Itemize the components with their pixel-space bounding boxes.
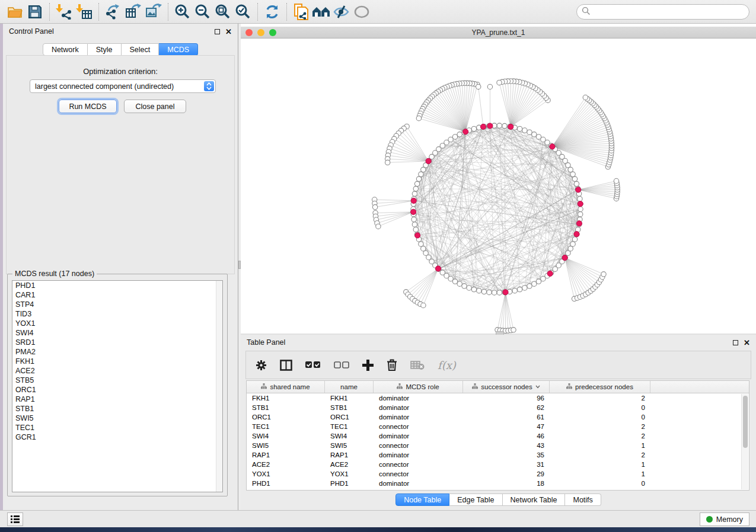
deselect-all-icon[interactable] [334, 361, 349, 369]
export-table-icon[interactable] [123, 2, 143, 21]
mcds-result-item[interactable]: SRD1 [12, 338, 222, 347]
table-cell: dominator [374, 395, 463, 402]
column-header-shared-name[interactable]: shared name [247, 381, 325, 393]
table-cell: STB1 [247, 404, 325, 411]
mcds-result-item[interactable]: ACE2 [12, 366, 222, 376]
show-hide-graphics-details-icon[interactable] [331, 2, 352, 21]
apply-layout-icon[interactable] [262, 2, 282, 21]
tab-network[interactable]: Network [43, 43, 88, 56]
table-row[interactable]: ORC1ORC1dominator610 [247, 412, 749, 422]
delete-table-icon[interactable] [410, 360, 425, 370]
mcds-result-list[interactable]: PHD1CAR1STP4TID3YOX1SWI4SRD1PMA2FKH1ACE2… [12, 280, 223, 492]
import-network-icon[interactable] [54, 2, 74, 21]
tab-style[interactable]: Style [88, 43, 122, 56]
table-cell: SWI5 [247, 442, 325, 449]
scrollbar-thumb[interactable] [743, 396, 748, 448]
mcds-result-item[interactable]: TID3 [12, 309, 222, 319]
mcds-result-item[interactable]: PMA2 [12, 347, 222, 357]
save-session-icon[interactable] [25, 2, 45, 21]
toolbar-separator [286, 3, 287, 21]
tab-motifs[interactable]: Motifs [565, 493, 601, 506]
mcds-result-item[interactable]: STB1 [12, 404, 222, 414]
float-panel-icon[interactable] [215, 29, 220, 34]
mcds-result-item[interactable]: YOX1 [12, 319, 222, 328]
table-row[interactable]: RAP1RAP1dominator352 [247, 450, 749, 460]
mcds-result-item[interactable]: GCR1 [12, 432, 222, 442]
optimization-criterion-value: largest connected component (undirected) [35, 82, 174, 91]
mcds-result-group: MCDS result (17 nodes) PHD1CAR1STP4TID3Y… [7, 274, 228, 496]
network-window-titlebar[interactable]: YPA_prune.txt_1 [241, 27, 756, 39]
mcds-result-item[interactable]: SWI4 [12, 328, 222, 338]
maximize-window-icon[interactable] [269, 29, 276, 36]
mcds-result-item[interactable]: ORC1 [12, 385, 222, 395]
search-icon [582, 7, 591, 18]
mcds-result-item[interactable]: CAR1 [12, 290, 222, 300]
tab-mcds[interactable]: MCDS [159, 43, 198, 56]
tab-edge-table[interactable]: Edge Table [449, 493, 502, 506]
export-image-icon[interactable] [143, 2, 164, 21]
run-mcds-button[interactable]: Run MCDS [59, 100, 117, 113]
table-cell: PHD1 [325, 480, 374, 487]
tab-node-table[interactable]: Node Table [395, 493, 449, 506]
close-window-icon[interactable] [245, 29, 253, 36]
table-settings-icon[interactable] [256, 360, 267, 371]
table-row[interactable]: PHD1PHD1dominator180 [247, 479, 749, 488]
column-header-name[interactable]: name [325, 381, 374, 393]
delete-columns-icon[interactable] [387, 359, 397, 371]
import-table-icon[interactable] [74, 2, 94, 21]
create-column-icon[interactable] [362, 360, 374, 371]
mcds-result-item[interactable]: PHD1 [12, 281, 222, 290]
toolbar-separator [98, 3, 99, 21]
zoom-selected-icon[interactable] [233, 2, 253, 21]
table-row[interactable]: YOX1YOX1connector291 [247, 469, 749, 479]
birds-eye-view-icon[interactable] [352, 2, 372, 21]
mcds-result-item[interactable]: RAP1 [12, 395, 222, 404]
zoom-fit-icon[interactable] [213, 2, 233, 21]
table-row[interactable]: SWI4SWI4dominator462 [247, 431, 749, 441]
memory-button[interactable]: Memory [700, 512, 749, 526]
table-row[interactable]: ACE2ACE2connector311 [247, 460, 749, 469]
show-columns-icon[interactable] [280, 360, 292, 371]
mcds-result-item[interactable]: SWI5 [12, 414, 222, 423]
minimize-window-icon[interactable] [257, 29, 264, 36]
close-panel-icon[interactable]: ✕ [225, 28, 232, 36]
select-all-icon[interactable] [305, 361, 321, 369]
column-header-predecessor-nodes[interactable]: predecessor nodes [550, 381, 650, 393]
tab-select[interactable]: Select [122, 43, 160, 56]
task-history-button[interactable] [7, 512, 23, 526]
tab-network-table[interactable]: Network Table [503, 493, 566, 506]
mcds-result-item[interactable]: TEC1 [12, 423, 222, 432]
search-input[interactable] [591, 6, 749, 18]
table-cell: connector [374, 442, 463, 449]
open-file-icon[interactable] [5, 2, 25, 21]
mcds-result-item[interactable]: STB5 [12, 376, 222, 385]
column-header-successor-nodes[interactable]: successor nodes [463, 381, 550, 393]
table-row[interactable]: FKH1FKH1dominator962 [247, 393, 749, 403]
network-graph[interactable] [241, 39, 756, 334]
table-cell: SWI4 [325, 432, 374, 440]
table-cell: 2 [550, 451, 650, 459]
table-cell: FKH1 [325, 395, 374, 402]
first-neighbors-icon[interactable] [311, 2, 331, 21]
table-row[interactable]: STB1STB1dominator620 [247, 403, 749, 412]
new-network-from-selection-icon[interactable] [291, 2, 311, 21]
mcds-result-item[interactable]: FKH1 [12, 357, 222, 366]
export-network-icon[interactable] [103, 2, 123, 21]
table-scrollbar[interactable] [741, 394, 748, 489]
optimization-criterion-select[interactable]: largest connected component (undirected) [30, 79, 216, 93]
close-panel-icon[interactable]: ✕ [744, 339, 750, 347]
network-view: YPA_prune.txt_1 [241, 24, 756, 334]
column-header-MCDS-role[interactable]: MCDS role [374, 381, 463, 393]
table-cell: 31 [463, 461, 550, 468]
table-cell: TEC1 [247, 423, 325, 430]
mcds-result-item[interactable]: STP4 [12, 300, 222, 309]
zoom-out-icon[interactable] [193, 2, 213, 21]
table-cell: 0 [550, 480, 650, 487]
close-panel-button[interactable]: Close panel [124, 100, 186, 113]
float-panel-icon[interactable] [733, 340, 738, 345]
zoom-in-icon[interactable] [173, 2, 193, 21]
function-builder-icon[interactable]: f(x) [438, 359, 456, 371]
result-list-scrollbar[interactable] [216, 281, 222, 492]
table-row[interactable]: TEC1TEC1connector472 [247, 422, 749, 431]
table-row[interactable]: SWI5SWI5connector431 [247, 441, 749, 450]
